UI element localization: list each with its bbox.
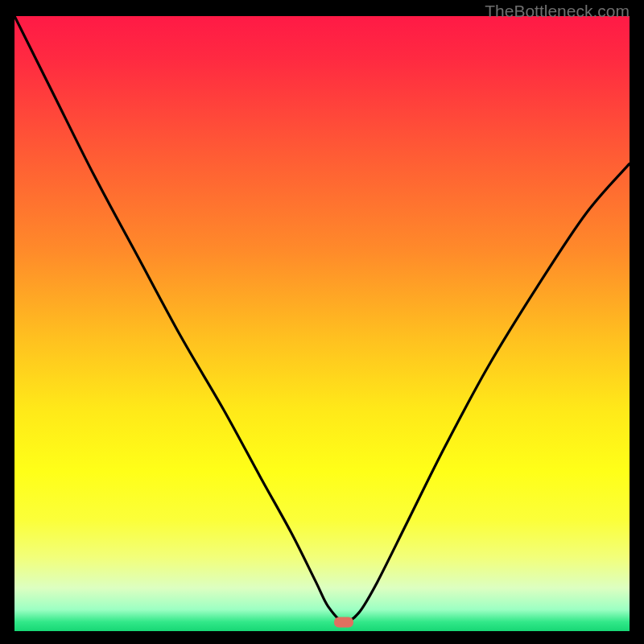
- plot-area: [14, 16, 630, 631]
- watermark-text: TheBottleneck.com: [485, 2, 630, 21]
- bottleneck-curve: [14, 16, 630, 631]
- chart-frame: TheBottleneck.com: [0, 0, 644, 644]
- optimum-marker: [334, 617, 353, 627]
